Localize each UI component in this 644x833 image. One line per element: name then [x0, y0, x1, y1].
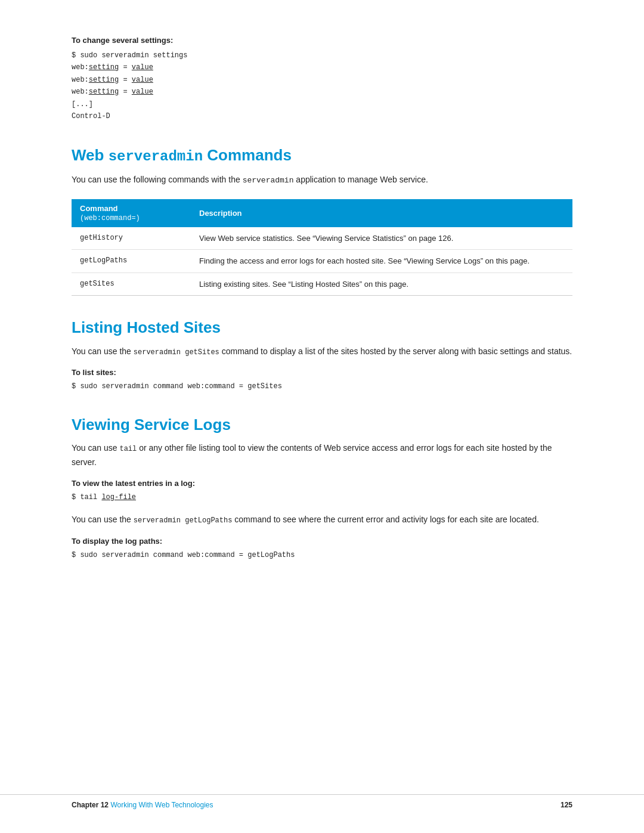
listing-hosted-sites-intro: You can use the serveradmin getSites com… [72, 345, 572, 359]
viewing-service-logs-section: Viewing Service Logs You can use tail or… [72, 416, 572, 562]
code-line-2: web:setting = value [72, 63, 153, 72]
desc-getlogpaths: Finding the access and error logs for ea… [191, 250, 572, 273]
listing-hosted-sites-heading: Listing Hosted Sites [72, 318, 572, 337]
footer-chapter-info: Chapter 12 Working With Web Technologies [72, 801, 213, 809]
heading-commands-text: Commands [203, 146, 292, 164]
table-row: getLogPaths Finding the access and error… [72, 250, 572, 273]
col-description-header: Description [191, 199, 572, 227]
code-line-5: [...] [72, 100, 93, 109]
heading-web-text: Web [72, 146, 109, 164]
col-command-header: Command (web:command=) [72, 199, 191, 227]
web-commands-intro: You can use the following commands with … [72, 173, 572, 187]
code-line-1: $ sudo serveradmin settings [72, 51, 187, 60]
cmd-gethistory: getHistory [72, 227, 191, 250]
code-line-6: Control-D [72, 112, 110, 120]
viewing-service-logs-intro: You can use tail or any other file listi… [72, 441, 572, 469]
top-section: To change several settings: $ sudo serve… [72, 36, 572, 122]
table-row: getSites Listing existing sites. See “Li… [72, 272, 572, 296]
page-number: 125 [561, 801, 572, 809]
cmd-getsites: getSites [72, 272, 191, 296]
list-sites-code: $ sudo serveradmin command web:command =… [72, 380, 572, 392]
cmd-getlogpaths: getLogPaths [72, 250, 191, 273]
chapter-title: Working With Web Technologies [110, 801, 213, 809]
desc-getsites: Listing existing sites. See “Listing Hos… [191, 272, 572, 296]
table-header-row: Command (web:command=) Description [72, 199, 572, 227]
table-row: getHistory View Web service statistics. … [72, 227, 572, 250]
table-body: getHistory View Web service statistics. … [72, 227, 572, 296]
change-settings-code: $ sudo serveradmin settings web:setting … [72, 49, 572, 122]
desc-gethistory: View Web service statistics. See “Viewin… [191, 227, 572, 250]
listing-hosted-sites-section: Listing Hosted Sites You can use the ser… [72, 318, 572, 392]
web-commands-heading: Web serveradmin Commands [72, 146, 572, 166]
tail-inline: tail [119, 445, 137, 453]
heading-serveradmin-mono: serveradmin [109, 148, 203, 165]
logfile-underlined: log-file [101, 493, 136, 501]
view-latest-entries-label: To view the latest entries in a log: [72, 479, 572, 488]
code-line-3: web:setting = value [72, 76, 153, 84]
web-serveradmin-commands-section: Web serveradmin Commands You can use the… [72, 146, 572, 296]
getlogpaths-code: $ sudo serveradmin command web:command =… [72, 549, 572, 561]
getlogpaths-inline: serveradmin getLogPaths [134, 516, 233, 525]
commands-table: Command (web:command=) Description getHi… [72, 199, 572, 296]
serveradmin-inline: serveradmin [243, 176, 294, 185]
display-log-paths-label: To display the log paths: [72, 537, 572, 546]
tail-logfile-code: $ tail log-file [72, 491, 572, 503]
chapter-label: Chapter [72, 801, 98, 809]
getsites-inline: serveradmin getSites [134, 348, 219, 357]
page-footer: Chapter 12 Working With Web Technologies… [0, 794, 644, 809]
code-line-4: web:setting = value [72, 88, 153, 96]
viewing-service-logs-heading: Viewing Service Logs [72, 416, 572, 434]
viewing-service-logs-body2: You can use the serveradmin getLogPaths … [72, 513, 572, 527]
col-command-sub: (web:command=) [80, 214, 182, 222]
change-settings-label: To change several settings: [72, 36, 572, 45]
list-sites-label: To list sites: [72, 368, 572, 377]
